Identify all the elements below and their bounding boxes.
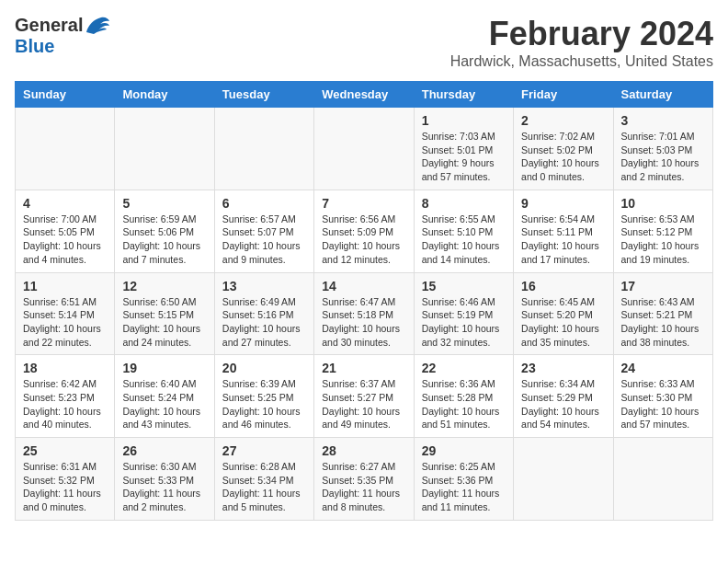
day-number: 26 bbox=[122, 443, 206, 458]
day-number: 25 bbox=[23, 443, 107, 458]
day-number: 21 bbox=[322, 361, 405, 375]
day-number: 3 bbox=[621, 113, 705, 128]
table-row bbox=[314, 108, 414, 190]
table-row: 12Sunrise: 6:50 AMSunset: 5:15 PMDayligh… bbox=[115, 272, 214, 355]
table-row: 26Sunrise: 6:30 AMSunset: 5:33 PMDayligh… bbox=[115, 438, 214, 521]
day-detail: Sunrise: 6:33 AMSunset: 5:30 PMDaylight:… bbox=[621, 377, 705, 431]
day-number: 2 bbox=[521, 113, 605, 128]
day-number: 12 bbox=[122, 279, 206, 293]
day-number: 22 bbox=[422, 361, 506, 375]
day-number: 24 bbox=[621, 361, 705, 375]
table-row: 27Sunrise: 6:28 AMSunset: 5:34 PMDayligh… bbox=[214, 438, 313, 521]
table-row: 22Sunrise: 6:36 AMSunset: 5:28 PMDayligh… bbox=[414, 355, 513, 438]
table-row: 21Sunrise: 6:37 AMSunset: 5:27 PMDayligh… bbox=[314, 355, 414, 438]
table-row: 16Sunrise: 6:45 AMSunset: 5:20 PMDayligh… bbox=[514, 272, 613, 355]
day-number: 29 bbox=[422, 443, 506, 458]
day-number: 9 bbox=[521, 196, 605, 211]
day-number: 6 bbox=[222, 196, 306, 211]
table-row: 4Sunrise: 7:00 AMSunset: 5:05 PMDaylight… bbox=[16, 190, 115, 272]
page-title: February 2024 bbox=[450, 15, 713, 53]
table-row: 13Sunrise: 6:49 AMSunset: 5:16 PMDayligh… bbox=[214, 272, 313, 355]
day-number: 20 bbox=[222, 361, 306, 375]
day-detail: Sunrise: 6:36 AMSunset: 5:28 PMDaylight:… bbox=[422, 377, 506, 431]
day-detail: Sunrise: 6:51 AMSunset: 5:14 PMDaylight:… bbox=[23, 295, 107, 350]
logo-general-text: General bbox=[15, 15, 83, 36]
table-row: 6Sunrise: 6:57 AMSunset: 5:07 PMDaylight… bbox=[214, 190, 313, 272]
table-row: 24Sunrise: 6:33 AMSunset: 5:30 PMDayligh… bbox=[613, 355, 712, 438]
day-detail: Sunrise: 6:28 AMSunset: 5:34 PMDaylight:… bbox=[222, 460, 306, 514]
day-number: 4 bbox=[23, 196, 107, 211]
table-row: 29Sunrise: 6:25 AMSunset: 5:36 PMDayligh… bbox=[414, 438, 513, 521]
day-detail: Sunrise: 6:53 AMSunset: 5:12 PMDaylight:… bbox=[621, 213, 705, 267]
table-row: 17Sunrise: 6:43 AMSunset: 5:21 PMDayligh… bbox=[613, 272, 712, 355]
table-row: 15Sunrise: 6:46 AMSunset: 5:19 PMDayligh… bbox=[414, 272, 513, 355]
day-detail: Sunrise: 7:02 AMSunset: 5:02 PMDaylight:… bbox=[521, 130, 605, 184]
table-row: 1Sunrise: 7:03 AMSunset: 5:01 PMDaylight… bbox=[414, 108, 513, 190]
calendar-week-row: 1Sunrise: 7:03 AMSunset: 5:01 PMDaylight… bbox=[16, 108, 713, 190]
col-tuesday: Tuesday bbox=[214, 82, 313, 108]
table-row: 7Sunrise: 6:56 AMSunset: 5:09 PMDaylight… bbox=[314, 190, 414, 272]
day-number: 8 bbox=[422, 196, 506, 211]
day-detail: Sunrise: 6:59 AMSunset: 5:06 PMDaylight:… bbox=[122, 213, 206, 267]
logo-blue-text: Blue bbox=[15, 36, 54, 57]
day-detail: Sunrise: 6:47 AMSunset: 5:18 PMDaylight:… bbox=[322, 295, 405, 350]
page-subtitle: Hardwick, Massachusetts, United States bbox=[450, 53, 713, 70]
table-row: 28Sunrise: 6:27 AMSunset: 5:35 PMDayligh… bbox=[314, 438, 414, 521]
calendar-table: Sunday Monday Tuesday Wednesday Thursday… bbox=[15, 81, 713, 521]
col-friday: Friday bbox=[514, 82, 613, 108]
calendar-week-row: 25Sunrise: 6:31 AMSunset: 5:32 PMDayligh… bbox=[16, 438, 713, 521]
day-detail: Sunrise: 6:55 AMSunset: 5:10 PMDaylight:… bbox=[422, 213, 506, 267]
day-number: 13 bbox=[222, 279, 306, 293]
day-number: 17 bbox=[621, 279, 705, 293]
day-number: 27 bbox=[222, 443, 306, 458]
title-section: February 2024 Hardwick, Massachusetts, U… bbox=[450, 15, 713, 70]
table-row: 2Sunrise: 7:02 AMSunset: 5:02 PMDaylight… bbox=[514, 108, 613, 190]
logo-bird-icon bbox=[85, 16, 110, 36]
logo: General Blue bbox=[15, 15, 110, 57]
day-number: 11 bbox=[23, 279, 107, 293]
day-detail: Sunrise: 6:43 AMSunset: 5:21 PMDaylight:… bbox=[621, 295, 705, 350]
day-detail: Sunrise: 7:01 AMSunset: 5:03 PMDaylight:… bbox=[621, 130, 705, 184]
day-detail: Sunrise: 6:39 AMSunset: 5:25 PMDaylight:… bbox=[222, 377, 306, 431]
day-detail: Sunrise: 6:45 AMSunset: 5:20 PMDaylight:… bbox=[521, 295, 605, 350]
day-detail: Sunrise: 7:03 AMSunset: 5:01 PMDaylight:… bbox=[422, 130, 506, 184]
day-number: 10 bbox=[621, 196, 705, 211]
day-detail: Sunrise: 6:57 AMSunset: 5:07 PMDaylight:… bbox=[222, 213, 306, 267]
table-row: 5Sunrise: 6:59 AMSunset: 5:06 PMDaylight… bbox=[115, 190, 214, 272]
calendar-week-row: 11Sunrise: 6:51 AMSunset: 5:14 PMDayligh… bbox=[16, 272, 713, 355]
day-number: 19 bbox=[122, 361, 206, 375]
table-row bbox=[214, 108, 313, 190]
col-sunday: Sunday bbox=[16, 82, 115, 108]
table-row: 14Sunrise: 6:47 AMSunset: 5:18 PMDayligh… bbox=[314, 272, 414, 355]
table-row bbox=[613, 438, 712, 521]
day-detail: Sunrise: 6:54 AMSunset: 5:11 PMDaylight:… bbox=[521, 213, 605, 267]
day-detail: Sunrise: 6:46 AMSunset: 5:19 PMDaylight:… bbox=[422, 295, 506, 350]
table-row: 25Sunrise: 6:31 AMSunset: 5:32 PMDayligh… bbox=[16, 438, 115, 521]
table-row: 9Sunrise: 6:54 AMSunset: 5:11 PMDaylight… bbox=[514, 190, 613, 272]
day-number: 23 bbox=[521, 361, 605, 375]
table-row: 23Sunrise: 6:34 AMSunset: 5:29 PMDayligh… bbox=[514, 355, 613, 438]
table-row: 19Sunrise: 6:40 AMSunset: 5:24 PMDayligh… bbox=[115, 355, 214, 438]
day-detail: Sunrise: 6:25 AMSunset: 5:36 PMDaylight:… bbox=[422, 460, 506, 514]
day-detail: Sunrise: 6:50 AMSunset: 5:15 PMDaylight:… bbox=[122, 295, 206, 350]
table-row bbox=[514, 438, 613, 521]
day-detail: Sunrise: 6:34 AMSunset: 5:29 PMDaylight:… bbox=[521, 377, 605, 431]
day-detail: Sunrise: 6:37 AMSunset: 5:27 PMDaylight:… bbox=[322, 377, 405, 431]
day-number: 18 bbox=[23, 361, 107, 375]
calendar-week-row: 4Sunrise: 7:00 AMSunset: 5:05 PMDaylight… bbox=[16, 190, 713, 272]
day-number: 28 bbox=[322, 443, 405, 458]
day-number: 5 bbox=[122, 196, 206, 211]
day-number: 16 bbox=[521, 279, 605, 293]
calendar-week-row: 18Sunrise: 6:42 AMSunset: 5:23 PMDayligh… bbox=[16, 355, 713, 438]
day-number: 1 bbox=[422, 113, 506, 128]
col-thursday: Thursday bbox=[414, 82, 513, 108]
day-detail: Sunrise: 7:00 AMSunset: 5:05 PMDaylight:… bbox=[23, 213, 107, 267]
day-detail: Sunrise: 6:40 AMSunset: 5:24 PMDaylight:… bbox=[122, 377, 206, 431]
calendar-header-row: Sunday Monday Tuesday Wednesday Thursday… bbox=[16, 82, 713, 108]
col-saturday: Saturday bbox=[613, 82, 712, 108]
day-detail: Sunrise: 6:49 AMSunset: 5:16 PMDaylight:… bbox=[222, 295, 306, 350]
header: General Blue February 2024 Hardwick, Mas… bbox=[15, 15, 713, 70]
table-row: 18Sunrise: 6:42 AMSunset: 5:23 PMDayligh… bbox=[16, 355, 115, 438]
day-number: 7 bbox=[322, 196, 405, 211]
table-row: 20Sunrise: 6:39 AMSunset: 5:25 PMDayligh… bbox=[214, 355, 313, 438]
